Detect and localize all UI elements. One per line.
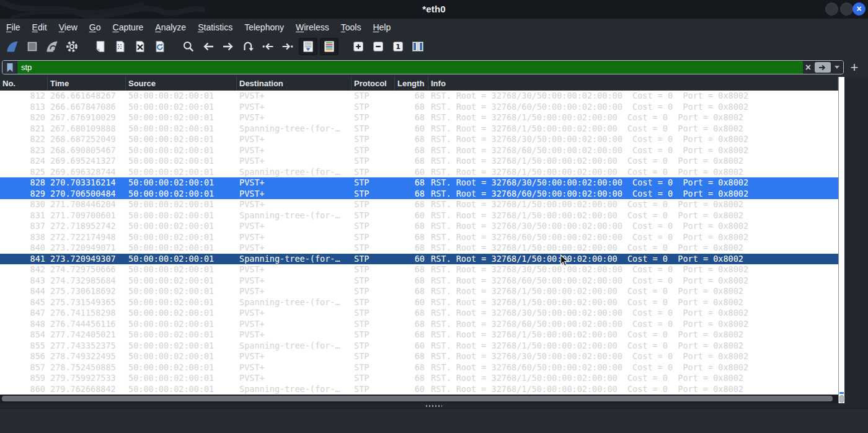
- filter-bookmark-button[interactable]: [2, 61, 17, 74]
- menu-edit[interactable]: Edit: [32, 22, 47, 32]
- zoom-out-button[interactable]: [370, 38, 387, 55]
- menu-capture[interactable]: Capture: [113, 22, 144, 32]
- go-first-packet-button[interactable]: [259, 38, 277, 55]
- resize-columns-button[interactable]: [409, 38, 427, 55]
- zoom-original-button[interactable]: 1: [389, 38, 407, 55]
- packet-row[interactable]: 822268.68725204950:00:00:02:00:01PVST+ST…: [0, 134, 838, 145]
- shark-fin-icon: [6, 40, 19, 53]
- horizontal-scrollbar[interactable]: [0, 395, 838, 403]
- column-header-length[interactable]: Length: [395, 77, 428, 91]
- packet-protocol: STP: [352, 243, 395, 254]
- stop-capture-button[interactable]: [24, 38, 41, 55]
- pane-splitter[interactable]: [0, 403, 868, 408]
- menu-tools[interactable]: Tools: [341, 22, 361, 32]
- menu-file[interactable]: File: [6, 22, 20, 32]
- packet-row[interactable]: 823268.69080546750:00:00:02:00:01PVST+ST…: [0, 145, 838, 156]
- go-last-packet-button[interactable]: [279, 38, 296, 55]
- reload-file-button[interactable]: [151, 38, 169, 55]
- packet-protocol: STP: [352, 329, 395, 341]
- packet-length: 68: [395, 264, 428, 275]
- reload-file-icon: [153, 40, 167, 53]
- start-capture-button[interactable]: [4, 38, 21, 55]
- packet-row[interactable]: 847276.74115829850:00:00:02:00:01PVST+ST…: [0, 308, 838, 319]
- filter-dropdown-caret[interactable]: [835, 66, 839, 69]
- packet-time: 271.708446204: [48, 199, 126, 210]
- packet-row[interactable]: 829270.70650048450:00:00:02:00:01PVST+ST…: [0, 189, 838, 200]
- column-header-no[interactable]: No.: [0, 77, 48, 91]
- packet-time: 268.690805467: [48, 145, 126, 156]
- packet-row[interactable]: 860279.76266884250:00:00:02:00:01Spannin…: [0, 384, 838, 395]
- packet-row[interactable]: 843274.73298568450:00:00:02:00:01PVST+ST…: [0, 275, 838, 287]
- packet-row[interactable]: 837272.71895274250:00:00:02:00:01PVST+ST…: [0, 221, 838, 232]
- menu-go[interactable]: Go: [89, 22, 101, 32]
- packet-no: 821: [0, 123, 48, 135]
- packet-protocol: STP: [352, 286, 395, 297]
- horizontal-scrollbar-thumb[interactable]: [2, 396, 833, 401]
- packet-no: 854: [0, 329, 48, 341]
- packet-row[interactable]: 856278.74932249550:00:00:02:00:01PVST+ST…: [0, 351, 838, 362]
- packet-row[interactable]: 820267.67691002950:00:00:02:00:01PVST+ST…: [0, 112, 838, 123]
- vertical-scrollbar-thumb[interactable]: [839, 395, 844, 403]
- filter-clear-icon[interactable]: ×: [805, 63, 811, 73]
- packet-source: 50:00:00:02:00:01: [126, 177, 237, 189]
- filter-apply-button[interactable]: [815, 62, 831, 73]
- menu-wireless[interactable]: Wireless: [296, 22, 329, 32]
- zoom-in-button[interactable]: [350, 38, 367, 55]
- menu-statistics[interactable]: Statistics: [198, 22, 232, 32]
- display-filter-input[interactable]: stp ×: [2, 60, 844, 74]
- packet-row[interactable]: 859279.75992753350:00:00:02:00:01PVST+ST…: [0, 373, 838, 384]
- find-packet-button[interactable]: [180, 38, 197, 55]
- menu-analyze[interactable]: Analyze: [155, 22, 186, 32]
- filter-value[interactable]: stp: [17, 61, 803, 74]
- packet-row[interactable]: 830271.70844620450:00:00:02:00:01PVST+ST…: [0, 199, 838, 210]
- mouse-cursor: [560, 254, 569, 267]
- packet-row[interactable]: 840273.72094907150:00:00:02:00:01PVST+ST…: [0, 243, 838, 254]
- go-to-packet-button[interactable]: [239, 38, 257, 55]
- filter-add-button[interactable]: +: [846, 60, 862, 76]
- menu-telephony[interactable]: Telephony: [244, 22, 284, 32]
- packet-row[interactable]: 857278.75245088550:00:00:02:00:01PVST+ST…: [0, 362, 838, 373]
- packet-row[interactable]: 848276.74445611650:00:00:02:00:01PVST+ST…: [0, 319, 838, 330]
- packet-row[interactable]: 812266.66164826750:00:00:02:00:01PVST+ST…: [0, 91, 838, 102]
- open-file-button[interactable]: [92, 38, 109, 55]
- packet-row[interactable]: 838272.72217494850:00:00:02:00:01PVST+ST…: [0, 232, 838, 243]
- packet-info: RST. Root = 32768/60/50:00:00:02:00:00 C…: [428, 275, 838, 287]
- column-header-protocol[interactable]: Protocol: [352, 77, 395, 91]
- packet-row[interactable]: 854277.74240502150:00:00:02:00:01PVST+ST…: [0, 329, 838, 341]
- menu-view[interactable]: View: [59, 22, 78, 32]
- packet-row[interactable]: 824269.69524132750:00:00:02:00:01PVST+ST…: [0, 156, 838, 167]
- save-file-button[interactable]: [112, 38, 129, 55]
- minimize-button[interactable]: [825, 2, 838, 16]
- go-forward-button[interactable]: [219, 38, 237, 55]
- column-header-source[interactable]: Source: [126, 77, 237, 91]
- packet-length: 68: [395, 351, 428, 362]
- packet-row[interactable]: 821267.68010988850:00:00:02:00:01Spannin…: [0, 123, 838, 135]
- packet-row[interactable]: 844275.73061869250:00:00:02:00:01PVST+ST…: [0, 286, 838, 297]
- packet-row[interactable]: 842274.72975066650:00:00:02:00:01PVST+ST…: [0, 264, 838, 275]
- column-header-info[interactable]: Info: [428, 77, 838, 91]
- close-file-button[interactable]: [131, 38, 149, 55]
- column-header-destination[interactable]: Destination: [237, 77, 352, 91]
- menu-help[interactable]: Help: [373, 22, 391, 32]
- packet-destination: PVST+: [237, 351, 352, 362]
- maximize-button[interactable]: [840, 2, 853, 16]
- packet-source: 50:00:00:02:00:01: [126, 232, 237, 243]
- packet-info: RST. Root = 32768/30/50:00:00:02:00:00 C…: [428, 134, 838, 145]
- restart-capture-button[interactable]: [43, 38, 61, 55]
- close-button[interactable]: ×: [852, 2, 866, 16]
- packet-no: 843: [0, 275, 48, 287]
- colorize-packets-button[interactable]: [320, 38, 339, 55]
- vertical-scrollbar[interactable]: [838, 77, 844, 403]
- column-header-time[interactable]: Time: [48, 77, 126, 91]
- packet-row[interactable]: 831271.70970060150:00:00:02:00:01Spannin…: [0, 210, 838, 221]
- capture-options-button[interactable]: [63, 38, 81, 55]
- packet-row[interactable]: 845275.73154936550:00:00:02:00:01Spannin…: [0, 297, 838, 308]
- auto-scroll-button[interactable]: [299, 38, 317, 55]
- packet-row[interactable]: 855277.74335237550:00:00:02:00:01Spannin…: [0, 341, 838, 352]
- packet-row[interactable]: 813266.66784708650:00:00:02:00:01PVST+ST…: [0, 102, 838, 113]
- go-back-button[interactable]: [200, 38, 217, 55]
- packet-row[interactable]: 825269.69632874450:00:00:02:00:01Spannin…: [0, 167, 838, 178]
- toolbar-separator: [341, 47, 350, 47]
- packet-row[interactable]: 841273.72094930750:00:00:02:00:01Spannin…: [0, 254, 838, 265]
- packet-row[interactable]: 828270.70331621450:00:00:02:00:01PVST+ST…: [0, 177, 838, 189]
